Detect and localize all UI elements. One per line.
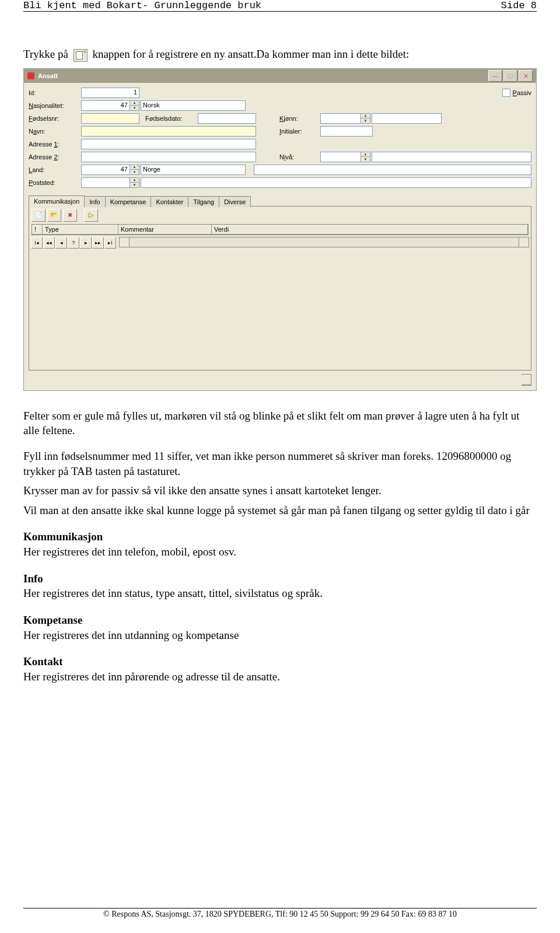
label-id: Id: <box>29 89 81 96</box>
id-field[interactable]: 1 <box>81 88 139 98</box>
label-adr1: Adresse 1: <box>29 141 81 148</box>
heading-info: Info <box>23 571 537 586</box>
label-fdato: Fødselsdato: <box>139 115 198 122</box>
page-footer: © Respons AS, Stasjonsgt. 37, 1820 SPYDE… <box>23 908 537 919</box>
passiv-checkbox[interactable] <box>502 89 510 97</box>
record-navigator: I◂ ◂◂ ◂ ? ▸ ▸▸ ▸I <box>29 235 531 250</box>
ansatt-window: Ansatt — □ ✕ Id: 1 Passiv Nasjonalitet: … <box>23 68 537 391</box>
niva-spinner[interactable]: ▲▼ <box>361 152 370 162</box>
post-text[interactable] <box>141 177 531 188</box>
land-text[interactable]: Norge <box>141 165 246 175</box>
para-6: Her registreres det inn status, type ans… <box>23 586 537 601</box>
nasj-code[interactable]: 47 <box>81 100 130 111</box>
heading-kontakt: Kontakt <box>23 654 537 669</box>
adr2-field[interactable] <box>81 152 256 162</box>
navn-field[interactable] <box>81 126 256 137</box>
label-fnr: Fødselsnr: <box>29 115 81 122</box>
nav-query[interactable]: ? <box>68 237 79 249</box>
scroll-right-icon[interactable] <box>519 237 528 247</box>
grid-toolbar <box>29 207 531 224</box>
label-passiv-rest: assiv <box>517 89 531 96</box>
label-kjonn: Kjønn: <box>256 115 320 122</box>
col-bang[interactable]: ! <box>32 225 43 234</box>
window-title: Ansatt <box>38 69 487 83</box>
nav-nextpage[interactable]: ▸▸ <box>92 237 104 249</box>
init-field[interactable] <box>320 126 373 137</box>
fnr-field[interactable] <box>81 113 139 124</box>
label-post: Poststed: <box>29 179 81 186</box>
tab-kontakter[interactable]: Kontakter <box>150 196 188 207</box>
titlebar[interactable]: Ansatt — □ ✕ <box>24 69 536 83</box>
col-kommentar[interactable]: Kommentar <box>118 225 212 234</box>
para-4: Vil man at den ansatte ikke skal kunne l… <box>23 503 537 518</box>
nav-first[interactable]: I◂ <box>31 237 43 249</box>
land-spinner[interactable]: ▲▼ <box>130 165 139 175</box>
nav-last[interactable]: ▸I <box>104 237 116 249</box>
para-8: Her registreres det inn pårørende og adr… <box>23 669 537 684</box>
open-button[interactable] <box>47 209 61 222</box>
header-page: Side 8 <box>501 0 537 11</box>
label-adr2: Adresse 2: <box>29 153 81 160</box>
col-type[interactable]: Type <box>43 225 118 234</box>
para-5: Her registreres det inn telefon, mobil, … <box>23 544 537 560</box>
post-code[interactable] <box>81 177 130 188</box>
new-file-icon <box>74 49 88 62</box>
niva-code[interactable] <box>320 152 361 162</box>
scroll-up-icon[interactable] <box>522 375 531 385</box>
land-extra[interactable] <box>254 165 531 175</box>
maximize-button[interactable]: □ <box>503 70 517 82</box>
tab-diverse[interactable]: Diverse <box>219 196 251 207</box>
nav-next[interactable]: ▸ <box>80 237 92 249</box>
intro-paragraph: Trykke på knappen for å registrere en ny… <box>23 47 537 62</box>
h-scrollbar[interactable] <box>119 237 529 247</box>
header-title: Bli kjent med Bokart- Grunnleggende bruk <box>23 0 501 11</box>
new-row-button[interactable] <box>32 209 46 222</box>
tabstrip: Kommunikasjon Info Kompetanse Kontakter … <box>29 195 531 206</box>
nasj-text[interactable]: Norsk <box>141 100 246 111</box>
intro-text-2: knappen for å registrere en ny ansatt.Da… <box>92 48 409 60</box>
grid-header: ! Type Kommentar Verdi <box>32 225 528 235</box>
tab-body: ! Type Kommentar Verdi I◂ ◂◂ ◂ ? ▸ ▸▸ <box>29 206 531 371</box>
para-7: Her registreres det inn utdanning og kom… <box>23 628 537 643</box>
kjonn-spinner[interactable]: ▲▼ <box>361 113 370 124</box>
heading-kommunikasjon: Kommunikasjon <box>23 529 537 544</box>
nasj-spinner[interactable]: ▲▼ <box>130 100 139 111</box>
heading-kompetanse: Kompetanse <box>23 613 537 628</box>
scroll-left-icon[interactable] <box>120 237 130 247</box>
adr1-field[interactable] <box>81 139 256 149</box>
para-1: Felter som er gule må fylles ut, markøre… <box>23 408 537 438</box>
para-3: Krysser man av for passiv så vil ikke de… <box>23 483 537 498</box>
corner-scroll <box>522 374 531 386</box>
para-2: Fyll inn fødselsnummer med 11 siffer, ve… <box>23 449 537 478</box>
tab-tilgang[interactable]: Tilgang <box>188 196 219 207</box>
label-niva: Nivå: <box>256 153 320 160</box>
minimize-button[interactable]: — <box>488 70 502 82</box>
nav-prevpage[interactable]: ◂◂ <box>43 237 55 249</box>
page-header: Bli kjent med Bokart- Grunnleggende bruk… <box>23 0 537 12</box>
post-spinner[interactable]: ▲▼ <box>130 177 139 188</box>
nav-prev[interactable]: ◂ <box>55 237 67 249</box>
intro-text-1: Trykke på <box>23 48 71 60</box>
kjonn-text[interactable] <box>372 113 442 124</box>
close-button[interactable]: ✕ <box>519 70 533 82</box>
tab-kompetanse[interactable]: Kompetanse <box>105 196 152 207</box>
col-verdi[interactable]: Verdi <box>212 225 528 234</box>
fdato-field[interactable] <box>198 113 256 124</box>
tab-kommunikasjon[interactable]: Kommunikasjon <box>29 195 85 207</box>
tab-info[interactable]: Info <box>84 196 105 207</box>
delete-button[interactable] <box>63 209 77 222</box>
run-button[interactable] <box>84 209 98 222</box>
grid: ! Type Kommentar Verdi <box>32 224 528 235</box>
niva-text[interactable] <box>372 152 531 162</box>
label-navn: Navn: <box>29 128 81 135</box>
kjonn-code[interactable] <box>320 113 361 124</box>
document-body: Felter som er gule må fylles ut, markøre… <box>23 408 537 684</box>
label-passiv: Passiv <box>513 89 531 96</box>
label-nasj: Nasjonalitet: <box>29 102 81 109</box>
label-land: Land: <box>29 166 81 173</box>
label-init: Initialer: <box>256 128 320 135</box>
app-icon <box>27 72 34 79</box>
land-code[interactable]: 47 <box>81 165 130 175</box>
